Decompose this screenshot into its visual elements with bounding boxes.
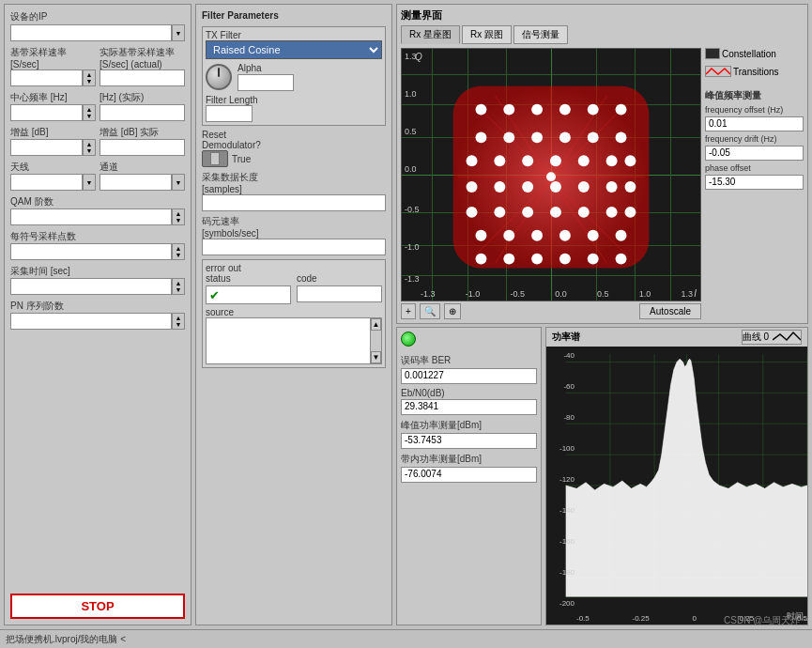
samples-group: 采集数据长度 [samples] 100000	[202, 171, 386, 211]
gain-arrow[interactable]: ▲▼	[83, 139, 96, 156]
reset-toggle[interactable]	[202, 150, 228, 167]
device-ip-dropdown[interactable]: ▼	[172, 24, 185, 41]
tab-signal-measure[interactable]: 信号测量	[513, 25, 568, 44]
taskbar: 把场便携机.lvproj/我的电脑 <	[0, 629, 812, 648]
svg-point-45	[588, 230, 599, 241]
center-freq-arrow[interactable]: ▲▼	[83, 104, 96, 121]
samples-label: 采集数据长度	[202, 171, 386, 184]
antenna-group: 天线 RX2 ▼	[10, 161, 96, 191]
actual-rate-input: 1M	[100, 69, 185, 86]
y-label-3: 0.0	[405, 164, 417, 174]
reset-group: Reset Demodulator? True	[202, 130, 386, 167]
base-rate-unit: [S/sec]	[10, 59, 96, 69]
ber-label: 误码率 BER	[401, 354, 537, 367]
svg-point-22	[550, 155, 561, 166]
actual-rate-unit: [S/sec] (actual)	[100, 59, 185, 69]
taskbar-path: 把场便携机.lvproj/我的电脑 <	[6, 633, 126, 646]
antenna-input[interactable]: RX2	[10, 174, 83, 191]
svg-point-25	[625, 155, 636, 166]
right-panel: 测量界面 Rx 星座图 Rx 跟图 信号测量	[396, 4, 808, 625]
tx-filter-select[interactable]: Raised Cosine	[206, 40, 382, 59]
zoom-out-btn[interactable]: 🔍	[420, 303, 440, 319]
scroll-up[interactable]: ▲	[371, 318, 381, 331]
svg-point-18	[616, 131, 627, 143]
base-rate-group: 基带采样速率 [S/sec] 1M ▲▼	[10, 46, 96, 86]
scroll-down[interactable]: ▼	[371, 351, 381, 363]
tab-constellation[interactable]: Rx 星座图	[401, 25, 460, 44]
base-rate-input[interactable]: 1M	[10, 69, 83, 86]
tabs-row: Rx 星座图 Rx 跟图 信号测量	[401, 25, 804, 44]
samples-input[interactable]: 100000	[202, 194, 386, 211]
pn-input[interactable]: 13	[10, 313, 172, 330]
constellation-area: 1.3 1.0 0.5 0.0 -0.5 -1.0 -1.3 Q -1.3-1.…	[401, 48, 804, 319]
center-freq-input[interactable]: 2.2G	[10, 104, 83, 121]
ebn0-field: Eb/N0(dB) 29.3841	[401, 388, 537, 415]
alpha-input[interactable]: 0.50	[237, 74, 294, 91]
svg-point-7	[476, 104, 487, 116]
capture-time-input[interactable]: 100.00m	[10, 278, 172, 295]
freq-drift-row: frequency drift (Hz) -0.05	[705, 134, 804, 161]
pn-arrow[interactable]: ▲▼	[172, 313, 185, 330]
tab-rx-trace[interactable]: Rx 跟图	[462, 25, 512, 44]
sps-arrow[interactable]: ▲▼	[172, 243, 185, 260]
center-freq-label: 中心频率 [Hz]	[10, 91, 96, 104]
svg-point-35	[494, 207, 505, 218]
capture-time-arrow[interactable]: ▲▼	[172, 278, 185, 295]
channel-dropdown[interactable]: ▼	[172, 174, 185, 191]
sps-group: 每符号采样点数 16 ▲▼	[10, 230, 185, 260]
y-label-5: -1.0	[405, 242, 420, 252]
legend-transitions-label: Transitions	[733, 67, 779, 77]
svg-point-12	[616, 104, 627, 116]
y-label-1: 1.0	[405, 89, 417, 99]
stop-button[interactable]: STOP	[10, 594, 185, 619]
svg-point-13	[476, 131, 487, 143]
freq-offset-row: frequency offset (Hz) 0.01	[705, 105, 804, 131]
error-status-label: status	[206, 273, 291, 284]
watermark: CSDN @乌周天炸 ~	[724, 614, 808, 627]
svg-point-10	[559, 104, 571, 116]
inband-power-value: -76.0074	[401, 467, 537, 483]
source-scrollbar[interactable]: ▲ ▼	[370, 318, 381, 363]
peak-power-value: -53.7453	[401, 433, 537, 449]
zoom-in-btn[interactable]: +	[401, 303, 416, 319]
legend-constellation-icon	[705, 48, 720, 59]
antenna-dropdown[interactable]: ▼	[83, 174, 96, 191]
legend-row: Constellation	[705, 48, 804, 59]
metrics-panel: 误码率 BER 0.001227 Eb/N0(dB) 29.3841 峰值功率测…	[396, 327, 542, 625]
base-rate-arrow[interactable]: ▲▼	[83, 69, 96, 86]
device-ip-input[interactable]: 192.168.10.2	[10, 24, 172, 41]
qam-arrow[interactable]: ▲▼	[172, 208, 185, 225]
sps-input[interactable]: 16	[10, 243, 172, 260]
svg-point-42	[503, 230, 514, 241]
freq-drift-label: frequency drift (Hz)	[705, 134, 804, 144]
svg-point-39	[606, 207, 618, 218]
x-labels-row: -1.3-1.0-0.50.00.51.01.3	[421, 289, 693, 299]
svg-point-33	[625, 181, 636, 193]
channel-input[interactable]: 0	[100, 174, 172, 191]
i-axis-label: I	[694, 288, 697, 299]
legend-transitions: Transitions	[705, 66, 779, 77]
curve-label: 曲线 0	[743, 331, 769, 344]
capture-time-label: 采集时间 [sec]	[10, 265, 185, 278]
alpha-knob[interactable]	[206, 64, 232, 90]
phase-offset-label: phase offset	[705, 163, 804, 173]
reset-value: True	[232, 154, 251, 164]
pn-label: PN 序列阶数	[10, 300, 185, 313]
spectrum-y-labels: -40 -60 -80 -100 -120 -140 -160 -180 -20…	[546, 351, 576, 608]
freq-measurement-title: 峰值频率测量	[705, 89, 804, 102]
filter-length-label: Filter Length	[206, 95, 382, 105]
freq-offset-value: 0.01	[705, 116, 804, 131]
svg-point-14	[503, 131, 514, 143]
svg-point-11	[588, 104, 599, 116]
autoscale-btn[interactable]: Autoscale	[639, 303, 701, 319]
ber-field: 误码率 BER 0.001227	[401, 354, 537, 384]
qam-input[interactable]: 64	[10, 208, 172, 225]
measurement-area: 测量界面 Rx 星座图 Rx 跟图 信号测量	[396, 4, 808, 324]
curve-select[interactable]: 曲线 0	[742, 330, 802, 345]
gain-input[interactable]: 0	[10, 139, 83, 156]
filter-length-input[interactable]: 6	[206, 105, 253, 122]
y-label-2: 0.5	[405, 127, 417, 136]
svg-point-48	[503, 254, 514, 265]
ebn0-value: 29.3841	[401, 399, 537, 415]
pan-btn[interactable]: ⊕	[444, 303, 461, 319]
